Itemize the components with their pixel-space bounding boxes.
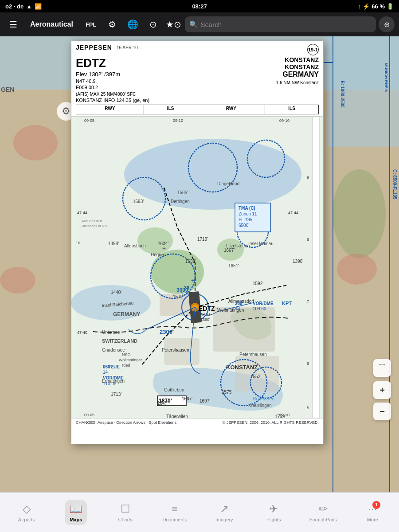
globe-icon: 🌐 xyxy=(127,19,138,30)
search-bar[interactable]: 🔍 Search xyxy=(185,16,376,32)
status-bar: o2 · de ▲ 📶 08:27 ↑ ⚡ 66 % 🔋 xyxy=(0,0,399,12)
svg-text:Distances in NM: Distances in NM xyxy=(82,224,108,228)
documents-icon: ≡ xyxy=(172,503,178,515)
svg-text:1572': 1572' xyxy=(173,294,184,299)
svg-text:Dingelsdorf: Dingelsdorf xyxy=(217,181,240,186)
svg-text:MNM: MNM xyxy=(200,313,210,317)
minus-icon: − xyxy=(379,407,385,417)
plus-icon: + xyxy=(379,385,385,395)
favorites-button[interactable]: ★⊙ xyxy=(164,16,182,33)
gen-label: GEN xyxy=(1,86,14,93)
munich-rhein-label: MUNICH RHEIN xyxy=(384,63,388,93)
svg-text:VOR/DME: VOR/DME xyxy=(253,301,274,306)
zoom-in-button[interactable]: + xyxy=(373,381,391,399)
ils-header-2: ILS xyxy=(265,105,319,112)
globe-button[interactable]: 🌐 xyxy=(124,16,141,33)
tab-flights[interactable]: ✈ Flights xyxy=(256,499,291,526)
svg-rect-110 xyxy=(313,117,319,418)
svg-text:6500': 6500' xyxy=(239,223,249,228)
fpl-button[interactable]: FPL xyxy=(81,19,101,31)
svg-text:1440': 1440' xyxy=(111,290,121,295)
location-button[interactable]: ⊕ xyxy=(379,16,395,32)
svg-text:1667': 1667' xyxy=(224,248,235,253)
svg-text:109.60: 109.60 xyxy=(253,306,266,311)
scratchpads-icon: ✏ xyxy=(319,503,328,515)
clock-icon: ⊙ xyxy=(149,19,157,30)
svg-text:SWITZERLAND: SWITZERLAND xyxy=(102,338,137,344)
clock-button[interactable]: ⊙ xyxy=(144,16,162,33)
terrain-patch-4 xyxy=(337,254,377,285)
route-icon: ⌒ xyxy=(378,362,387,374)
menu-icon: ☰ xyxy=(9,19,17,30)
svg-text:6: 6 xyxy=(307,361,309,366)
chart-afis: (AFIS) MAX 25 NM/4000' SFC xyxy=(76,92,319,97)
svg-text:5: 5 xyxy=(307,406,309,410)
rwy-cell-2 xyxy=(197,112,265,114)
tab-more[interactable]: ··· 1 More xyxy=(355,499,390,526)
chart-copyright: © JEPPESEN, 2006, 2010. ALL RIGHTS RESER… xyxy=(223,420,319,425)
tab-airports[interactable]: ◇ Airports xyxy=(9,499,44,526)
documents-label: Documents xyxy=(162,517,187,522)
tab-maps[interactable]: 📖 Maps xyxy=(58,497,94,528)
svg-text:Wollmatinger: Wollmatinger xyxy=(119,358,142,362)
svg-text:1667': 1667' xyxy=(182,396,192,401)
time-display: 08:27 xyxy=(192,3,207,10)
imagery-label: Imagery xyxy=(215,517,233,522)
imagery-icon: ↗ xyxy=(220,503,229,515)
svg-text:Ried: Ried xyxy=(122,363,130,368)
rwy-cell-1 xyxy=(76,112,144,114)
tab-charts[interactable]: ☐ Charts xyxy=(108,499,143,526)
terrain-patch-1 xyxy=(13,125,58,160)
svg-text:Bodensee: Bodensee xyxy=(253,396,275,401)
terrain-patch-3 xyxy=(332,169,386,258)
svg-rect-6 xyxy=(213,307,275,352)
tab-scratchpads[interactable]: ✏ ScratchPads xyxy=(305,499,341,526)
svg-text:Zürich 11: Zürich 11 xyxy=(239,211,257,216)
settings-button[interactable]: ⚙ xyxy=(103,16,121,33)
e-fl-label: E: 1000-2500 xyxy=(340,81,345,108)
menu-button[interactable]: ☰ xyxy=(4,16,22,33)
jeppesen-chart[interactable]: JEPPESEN 16 APR 10 19-1 EDTZ Elev 1302' … xyxy=(71,41,324,444)
airports-icon: ◇ xyxy=(23,503,31,515)
terrain-patch-2 xyxy=(0,267,35,293)
svg-point-4 xyxy=(137,227,173,254)
svg-text:1360': 1360' xyxy=(200,317,210,322)
svg-text:1604': 1604' xyxy=(158,241,168,246)
search-icon: 🔍 xyxy=(189,20,198,28)
chart-map-svg: 36 1-12 + + EDTZ MNM 1360' TMA (C) xyxy=(71,117,323,418)
svg-text:9: 9 xyxy=(307,175,309,180)
maps-label: Maps xyxy=(70,517,82,522)
rwy-ils-table: RWY ILS RWY ILS xyxy=(76,105,319,114)
tab-documents[interactable]: ≡ Documents xyxy=(157,499,192,526)
chart-elevation: Elev 1302' /397m xyxy=(76,71,120,78)
svg-text:1398': 1398' xyxy=(108,241,119,246)
ils-cell-1 xyxy=(144,112,197,114)
route-button[interactable]: ⌒ xyxy=(373,359,391,377)
svg-text:2300': 2300' xyxy=(160,329,174,335)
map-type-label[interactable]: Aeronautical xyxy=(25,18,78,31)
svg-text:Allmannsdorf: Allmannsdorf xyxy=(228,299,254,304)
svg-text:1552': 1552' xyxy=(250,374,261,379)
signal-icon: 📶 xyxy=(35,3,42,10)
tab-imagery[interactable]: ↗ Imagery xyxy=(207,499,242,526)
svg-text:1592': 1592' xyxy=(253,281,263,286)
bluetooth-icon: ⚡ xyxy=(363,3,370,10)
svg-text:47-40: 47-40 xyxy=(77,330,87,335)
svg-text:Insel Mainau: Insel Mainau xyxy=(248,241,274,246)
location-arrow-icon: ↑ xyxy=(358,3,361,10)
location-icon: ⊕ xyxy=(384,20,390,29)
map-background: LANGEN GEN E: 1000-2500 MUNICH RHEIN C: … xyxy=(0,36,399,492)
svg-text:1693': 1693' xyxy=(133,199,144,204)
ils-header-1: ILS xyxy=(144,105,197,112)
svg-text:1719': 1719' xyxy=(197,237,208,242)
svg-text:GERMANY: GERMANY xyxy=(113,311,140,317)
jeppesen-logo: JEPPESEN xyxy=(76,44,112,51)
rwy-header-1: RWY xyxy=(76,105,144,112)
chart-changes: CHANGES: Airspace · Direction Arrows · S… xyxy=(76,420,178,425)
svg-text:09-05: 09-05 xyxy=(84,413,94,417)
chart-header: JEPPESEN 16 APR 10 19-1 EDTZ Elev 1302' … xyxy=(71,41,323,117)
zoom-out-button[interactable]: − xyxy=(373,403,391,420)
svg-text:09-10: 09-10 xyxy=(279,413,289,417)
chart-footer: CHANGES: Airspace · Direction Arrows · S… xyxy=(71,418,323,426)
svg-text:Allensbach: Allensbach xyxy=(124,243,146,248)
